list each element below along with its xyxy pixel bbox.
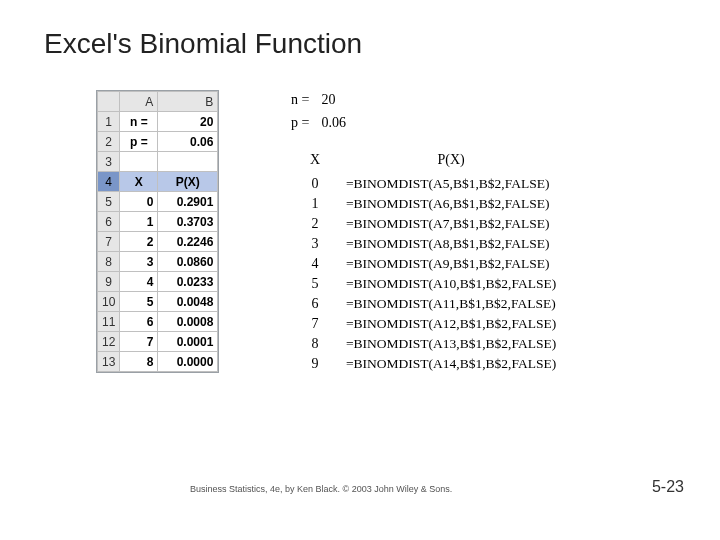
formula-p: =BINOMDIST(A7,B$1,B$2,FALSE): [342, 214, 560, 234]
excel-col-b: B: [158, 92, 218, 112]
excel-cell: n =: [120, 112, 158, 132]
excel-cell: 2: [120, 232, 158, 252]
excel-rowh: 10: [98, 292, 120, 312]
formula-p: =BINOMDIST(A8,B$1,B$2,FALSE): [342, 234, 560, 254]
formula-x: 5: [288, 274, 342, 294]
excel-cell: 3: [120, 252, 158, 272]
formula-p: =BINOMDIST(A5,B$1,B$2,FALSE): [342, 174, 560, 194]
formula-x: 6: [288, 294, 342, 314]
excel-cell: 1: [120, 212, 158, 232]
excel-cell: [158, 152, 218, 172]
excel-rowh: 11: [98, 312, 120, 332]
formula-p: =BINOMDIST(A6,B$1,B$2,FALSE): [342, 194, 560, 214]
formula-table: X P(X) 0=BINOMDIST(A5,B$1,B$2,FALSE)1=BI…: [288, 150, 560, 374]
formula-p: =BINOMDIST(A14,B$1,B$2,FALSE): [342, 354, 560, 374]
formula-x: 4: [288, 254, 342, 274]
excel-rowh: 2: [98, 132, 120, 152]
excel-cell: 4: [120, 272, 158, 292]
excel-rowh: 8: [98, 252, 120, 272]
formula-x: 7: [288, 314, 342, 334]
excel-corner: [98, 92, 120, 112]
excel-rowh: 6: [98, 212, 120, 232]
excel-cell: 7: [120, 332, 158, 352]
excel-cell: 20: [158, 112, 218, 132]
param-n-label: n =: [290, 90, 315, 111]
excel-cell: 0.0860: [158, 252, 218, 272]
formula-ph: P(X): [342, 150, 560, 174]
footer-page: 5-23: [652, 478, 684, 496]
excel-cell: 0.3703: [158, 212, 218, 232]
formula-x: 0: [288, 174, 342, 194]
param-p-label: p =: [290, 113, 315, 134]
formula-p: =BINOMDIST(A9,B$1,B$2,FALSE): [342, 254, 560, 274]
excel-rowh-selected: 4: [98, 172, 120, 192]
excel-cell: 6: [120, 312, 158, 332]
excel-cell: 0.0001: [158, 332, 218, 352]
param-n-value: 20: [317, 90, 347, 111]
params-block: n = 20 p = 0.06: [288, 88, 349, 136]
excel-cell: 0.2246: [158, 232, 218, 252]
excel-cell: 0.0000: [158, 352, 218, 372]
excel-cell: 0.0048: [158, 292, 218, 312]
formula-x: 8: [288, 334, 342, 354]
formula-p: =BINOMDIST(A12,B$1,B$2,FALSE): [342, 314, 560, 334]
excel-cell: P(X): [158, 172, 218, 192]
excel-cell: [120, 152, 158, 172]
formula-x: 2: [288, 214, 342, 234]
footer-credit: Business Statistics, 4e, by Ken Black. ©…: [190, 484, 452, 494]
formula-p: =BINOMDIST(A13,B$1,B$2,FALSE): [342, 334, 560, 354]
excel-cell: 0.06: [158, 132, 218, 152]
excel-cell: 5: [120, 292, 158, 312]
excel-rowh: 9: [98, 272, 120, 292]
excel-col-a: A: [120, 92, 158, 112]
excel-cell: 0.0233: [158, 272, 218, 292]
excel-screenshot: A B 1 n = 20 2 p = 0.06 3 4 X P(X) 5 0 0…: [96, 90, 219, 373]
excel-cell: X: [120, 172, 158, 192]
excel-cell: 0.2901: [158, 192, 218, 212]
formula-x: 9: [288, 354, 342, 374]
formula-xh: X: [288, 150, 342, 174]
slide-title: Excel's Binomial Function: [44, 28, 362, 60]
excel-cell: 0: [120, 192, 158, 212]
formula-x: 1: [288, 194, 342, 214]
excel-cell: 8: [120, 352, 158, 372]
excel-rowh: 5: [98, 192, 120, 212]
excel-rowh: 12: [98, 332, 120, 352]
formula-p: =BINOMDIST(A11,B$1,B$2,FALSE): [342, 294, 560, 314]
excel-rowh: 13: [98, 352, 120, 372]
excel-cell: p =: [120, 132, 158, 152]
formula-x: 3: [288, 234, 342, 254]
excel-cell: 0.0008: [158, 312, 218, 332]
formula-p: =BINOMDIST(A10,B$1,B$2,FALSE): [342, 274, 560, 294]
excel-rowh: 3: [98, 152, 120, 172]
excel-rowh: 1: [98, 112, 120, 132]
param-p-value: 0.06: [317, 113, 347, 134]
excel-rowh: 7: [98, 232, 120, 252]
